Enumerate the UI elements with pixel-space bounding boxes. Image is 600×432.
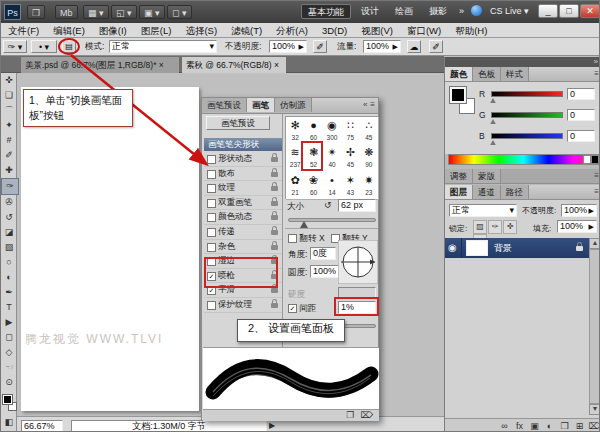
panel-menu-icon[interactable]: ≡ — [594, 169, 600, 180]
lock-position-icon[interactable]: ✜ — [503, 220, 517, 234]
tool-preset-picker[interactable]: ✑ ▾ — [3, 40, 27, 53]
scrollbar-track[interactable] — [589, 249, 600, 404]
restore-button[interactable]: □ — [559, 4, 579, 18]
brush-option-平滑[interactable]: ✓平滑 — [204, 283, 282, 298]
document-canvas[interactable]: 腾龙视觉 WWW.TLVI — [21, 87, 199, 411]
lasso-tool[interactable]: ⌒ — [1, 103, 17, 118]
brush-tip-237[interactable]: ≋237 — [286, 144, 305, 172]
brush-tip-43[interactable]: ✶43 — [341, 172, 360, 200]
minimize-button[interactable]: _ — [538, 4, 558, 18]
brush-option-颜色动态[interactable]: 颜色动态 — [204, 210, 282, 225]
foreground-color-swatch[interactable] — [3, 395, 12, 404]
dodge-tool[interactable]: ◐ — [1, 270, 17, 285]
checkbox[interactable] — [207, 155, 216, 164]
brush-tip-23[interactable]: ✷23 — [360, 172, 379, 200]
mini-bridge-icon[interactable]: Mb — [55, 5, 78, 19]
airbrush-toggle[interactable]: ☁ — [407, 40, 421, 53]
document-tab-2-active[interactable]: 素秋 @ 66.7%(RGB/8) × — [182, 57, 286, 73]
document-tab-1[interactable]: 美景.psd @ 66.7%(图层 1,RGB/8)* × — [21, 57, 179, 73]
tab-close-icon[interactable]: × — [159, 60, 164, 70]
lock-icon[interactable] — [271, 215, 278, 220]
tab-画笔预设[interactable]: 画笔预设 — [202, 98, 247, 112]
workspace-button-4[interactable]: 摄影 — [423, 4, 453, 19]
checkbox[interactable]: ✓ — [207, 286, 216, 295]
size-slider-thumb[interactable] — [300, 221, 308, 228]
checkbox[interactable] — [207, 213, 216, 222]
brush-option-散布[interactable]: 散布 — [204, 167, 282, 182]
hand-tool[interactable]: ☜ — [1, 360, 17, 375]
clone-stamp-tool[interactable]: ✇ — [1, 195, 17, 210]
launch-bridge-icon[interactable]: ❐ — [27, 5, 45, 19]
brush-tip-75[interactable]: ∷75 — [341, 117, 360, 145]
brush-presets-button[interactable]: 画笔预设 — [206, 116, 270, 130]
color-spectrum-ramp[interactable] — [448, 154, 599, 165]
lock-icon[interactable] — [271, 245, 278, 250]
tab-颜色[interactable]: 颜色 — [445, 67, 473, 81]
brush-option-传递[interactable]: 传递 — [204, 225, 282, 240]
healing-brush-tool[interactable]: ✚ — [1, 163, 17, 178]
opacity-input[interactable]: 100%▶ — [269, 40, 307, 53]
pressure-size-icon[interactable]: ✐ — [429, 40, 443, 53]
slider-thumb[interactable] — [490, 98, 496, 103]
gradient-tool[interactable]: ▨ — [1, 240, 17, 255]
lock-icon[interactable] — [271, 172, 278, 177]
checkbox[interactable] — [207, 170, 216, 179]
dock-collapse-icon[interactable]: » — [594, 57, 600, 67]
screen-mode-icon[interactable]: ◻ ▾ — [167, 5, 192, 19]
layer-row-background[interactable]: ◉ 背景 — [445, 238, 589, 258]
tab-路径[interactable]: 路径 — [501, 185, 529, 199]
view-extras-icon[interactable]: ▦ ▾ — [83, 5, 109, 19]
tab-调整[interactable]: 调整 — [445, 169, 473, 183]
color-slider-G[interactable] — [491, 112, 563, 118]
layers-opacity-input[interactable]: 100%▶ — [561, 204, 597, 217]
cs-live-button[interactable]: CS Live ▾ — [484, 4, 535, 19]
lock-icon[interactable] — [271, 157, 278, 162]
panel-collapse-icon[interactable]: « — [363, 98, 370, 109]
flow-input[interactable]: 100%▶ — [363, 40, 401, 53]
menu-item-6[interactable]: 滤镜(T) — [224, 23, 269, 38]
toggle-brush-panel-button[interactable]: ▤ — [62, 40, 76, 53]
checkbox[interactable] — [207, 228, 216, 237]
mode-select[interactable]: 正常▾ — [109, 40, 217, 53]
spacing-input[interactable]: 1% — [338, 301, 376, 314]
quick-mask-button[interactable]: ◧ — [1, 415, 17, 430]
tab-通道[interactable]: 通道 — [473, 185, 501, 199]
layer-style-icon[interactable]: fx — [512, 419, 527, 432]
color-foreground-swatch[interactable] — [450, 87, 466, 103]
tab-样式[interactable]: 样式 — [501, 67, 529, 81]
new-layer-icon[interactable]: ⊞ — [572, 419, 587, 432]
type-tool[interactable]: T — [1, 300, 17, 315]
slider-value-G[interactable]: 0 — [567, 109, 595, 121]
brush-tip-60[interactable]: ❀60 — [304, 172, 323, 200]
lock-transparent-icon[interactable]: ▨ — [473, 220, 487, 234]
zoom-level-input[interactable]: 66.67% — [21, 420, 63, 432]
brush-tool[interactable]: ✑ — [1, 178, 19, 195]
slider-value-B[interactable]: 0 — [567, 130, 595, 142]
arrange-documents-icon[interactable]: ▣ ▾ — [139, 5, 165, 19]
brush-option-纹理[interactable]: 纹理 — [204, 181, 282, 196]
status-options-icon[interactable]: ▶ — [269, 421, 275, 430]
workspace-button-1[interactable]: 基本功能 — [301, 4, 351, 19]
blur-tool[interactable]: ○ — [1, 255, 17, 270]
path-select-tool[interactable]: ▶ — [1, 315, 17, 330]
menu-item-8[interactable]: 3D(D) — [315, 23, 354, 38]
lock-icon[interactable] — [271, 303, 278, 308]
slider-value-R[interactable]: 0 — [567, 88, 595, 100]
brush-option-双重画笔[interactable]: 双重画笔 — [204, 196, 282, 211]
workspace-more-button[interactable]: » — [453, 4, 470, 19]
lock-icon[interactable] — [271, 186, 278, 191]
scrollbar-down-arrow[interactable]: ▼ — [589, 404, 600, 415]
angle-roundness-diagram[interactable] — [338, 240, 378, 284]
checkbox[interactable]: ✓ — [207, 272, 216, 281]
checkbox[interactable] — [207, 257, 216, 266]
menu-item-5[interactable]: 选择(S) — [178, 23, 224, 38]
color-slider-B[interactable] — [491, 133, 563, 139]
zoom-level-icon[interactable]: ◱ ▾ — [111, 5, 137, 19]
workspace-button-2[interactable]: 设计 — [355, 4, 385, 19]
slider-thumb[interactable] — [490, 119, 496, 124]
zoom-tool[interactable]: ⊙ — [1, 375, 17, 390]
delete-brush-icon[interactable]: ⌦ — [360, 410, 373, 420]
brush-tip-300[interactable]: ◉300 — [323, 117, 342, 145]
menu-item-9[interactable]: 视图(V) — [354, 23, 400, 38]
shape-tool[interactable]: ◻ — [1, 330, 17, 345]
